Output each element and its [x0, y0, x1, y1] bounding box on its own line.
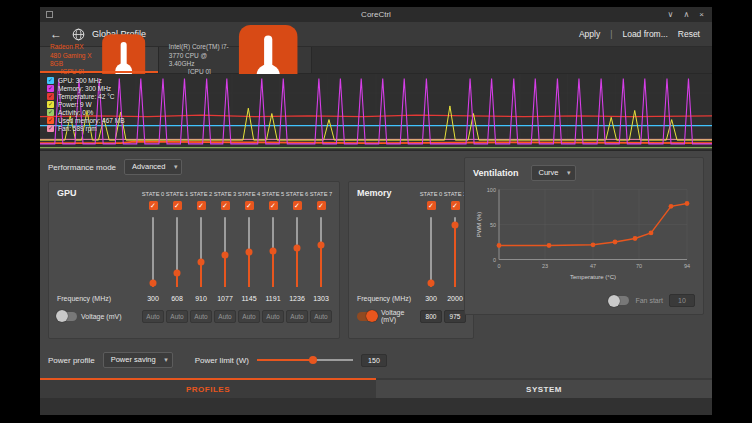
legend-label: Fan: 589 rpm: [58, 125, 97, 132]
performance-mode-select[interactable]: Advanced: [124, 159, 182, 175]
state-frequency-slider[interactable]: [244, 215, 254, 289]
state-checkbox[interactable]: ✓: [173, 201, 182, 210]
state-voltage-value[interactable]: Auto: [286, 310, 308, 323]
back-button[interactable]: ←: [50, 28, 62, 40]
load-from-button[interactable]: Load from...: [622, 29, 667, 39]
fan-curve-point[interactable]: [669, 204, 674, 209]
state-voltage-value[interactable]: Auto: [214, 310, 236, 323]
legend-checkbox[interactable]: ✓: [47, 93, 54, 100]
slider-knob[interactable]: [198, 258, 205, 265]
minimize-button[interactable]: ∨: [668, 11, 674, 19]
slider-knob[interactable]: [428, 280, 435, 287]
fan-curve-point[interactable]: [613, 240, 618, 245]
state-frequency-value: 910: [189, 295, 213, 302]
fan-curve-point[interactable]: [591, 242, 596, 247]
power-profile-select[interactable]: Power saving: [103, 352, 173, 368]
apply-button[interactable]: Apply: [579, 29, 600, 39]
voltage-toggle[interactable]: [357, 312, 377, 321]
state-checkbox[interactable]: ✓: [245, 201, 254, 210]
state-frequency-slider[interactable]: [268, 215, 278, 289]
state-frequency-slider[interactable]: [426, 215, 436, 289]
fan-curve-point[interactable]: [547, 243, 552, 248]
window-footer: [40, 398, 712, 415]
state-voltage-value[interactable]: Auto: [262, 310, 284, 323]
tab-gpu-device[interactable]: Radeon RX 480 Gaming X 8GB [GPU 0]: [40, 47, 159, 73]
fan-curve-point[interactable]: [649, 231, 654, 236]
state-checkbox[interactable]: ✓: [149, 201, 158, 210]
legend-checkbox[interactable]: ✓: [47, 109, 54, 116]
state-frequency-slider[interactable]: [316, 215, 326, 289]
ventilation-mode-select[interactable]: Curve: [531, 165, 576, 181]
screen: CoreCtrl ∨ ∧ × ← Global Profile Apply |: [0, 0, 752, 423]
state-frequency-slider[interactable]: [172, 215, 182, 289]
state-frequency-slider[interactable]: [292, 215, 302, 289]
legend-checkbox[interactable]: ✓: [47, 125, 54, 132]
slider-knob[interactable]: [270, 247, 277, 254]
tab-system[interactable]: SYSTEM: [376, 378, 712, 398]
state-voltage-value[interactable]: Auto: [238, 310, 260, 323]
state-checkbox[interactable]: ✓: [197, 201, 206, 210]
globe-icon: [72, 28, 85, 41]
state-checkbox[interactable]: ✓: [451, 201, 460, 210]
state-voltage-value[interactable]: Auto: [142, 310, 164, 323]
tab-cpu-device[interactable]: Intel(R) Core(TM) i7-3770 CPU @ 3.40GHz …: [159, 47, 312, 73]
state-voltage-value[interactable]: Auto: [166, 310, 188, 323]
reset-button[interactable]: Reset: [678, 29, 700, 39]
corectrl-window: CoreCtrl ∨ ∧ × ← Global Profile Apply |: [40, 7, 712, 415]
ventilation-panel: Ventilation Curve 023477094050100Tempera…: [464, 157, 704, 315]
state-checkbox-cell: ✓: [213, 199, 237, 213]
fan-curve-point[interactable]: [497, 243, 502, 248]
state-checkbox-cell: ✓: [165, 199, 189, 213]
state-checkbox[interactable]: ✓: [293, 201, 302, 210]
state-slider-cell: [261, 213, 285, 291]
window-title: CoreCtrl: [40, 10, 712, 19]
slider-knob[interactable]: [150, 280, 157, 287]
slider-knob[interactable]: [174, 269, 181, 276]
panel-title: GPU: [57, 188, 141, 199]
legend-checkbox[interactable]: ✓: [47, 117, 54, 124]
state-frequency-slider[interactable]: [220, 215, 230, 289]
power-profile-label: Power profile: [48, 356, 95, 365]
power-limit-knob[interactable]: [309, 356, 317, 364]
state-checkbox[interactable]: ✓: [269, 201, 278, 210]
app-icon: [46, 11, 53, 18]
state-checkbox[interactable]: ✓: [427, 201, 436, 210]
state-voltage-value[interactable]: 800: [420, 310, 442, 323]
legend-label: Power: 9 W: [58, 101, 92, 108]
slider-knob[interactable]: [222, 251, 229, 258]
legend-checkbox[interactable]: ✓: [47, 101, 54, 108]
slider-knob[interactable]: [294, 245, 301, 252]
slider-knob[interactable]: [452, 222, 459, 229]
tab-profiles[interactable]: PROFILES: [40, 378, 376, 398]
state-frequency-slider[interactable]: [450, 215, 460, 289]
state-slider-cell: [309, 213, 333, 291]
state-frequency-slider[interactable]: [148, 215, 158, 289]
state-voltage-value[interactable]: 975: [444, 310, 466, 323]
legend-checkbox[interactable]: ✓: [47, 85, 54, 92]
state-frequency-slider[interactable]: [196, 215, 206, 289]
power-limit-value[interactable]: 150: [361, 354, 387, 367]
fan-curve-point[interactable]: [685, 201, 690, 206]
state-voltage-value[interactable]: Auto: [190, 310, 212, 323]
fan-curve-chart[interactable]: 023477094050100Temperature (°C)PWM (%): [473, 182, 695, 293]
legend-checkbox[interactable]: ✓: [47, 77, 54, 84]
state-checkbox[interactable]: ✓: [317, 201, 326, 210]
state-voltage-value[interactable]: Auto: [310, 310, 332, 323]
state-checkbox[interactable]: ✓: [221, 201, 230, 210]
fan-start-label: Fan start: [635, 297, 663, 304]
power-limit-slider[interactable]: [257, 355, 353, 365]
cpu-tab-name: Intel(R) Core(TM) i7-3770 CPU @ 3.40GHz: [169, 43, 230, 68]
fan-curve-point[interactable]: [633, 236, 638, 241]
fan-start-toggle[interactable]: [609, 296, 629, 305]
slider-knob[interactable]: [246, 249, 253, 256]
state-frequency-value: 1145: [237, 295, 261, 302]
state-name: STATE 0: [141, 191, 165, 197]
state-slider-cell: [419, 213, 443, 291]
slider-knob[interactable]: [318, 242, 325, 249]
voltage-toggle[interactable]: [57, 312, 77, 321]
state-checkbox-cell: ✓: [141, 199, 165, 213]
close-button[interactable]: ×: [699, 11, 704, 19]
fan-start-value[interactable]: 10: [669, 294, 695, 307]
svg-text:70: 70: [636, 263, 642, 269]
maximize-button[interactable]: ∧: [683, 11, 689, 19]
